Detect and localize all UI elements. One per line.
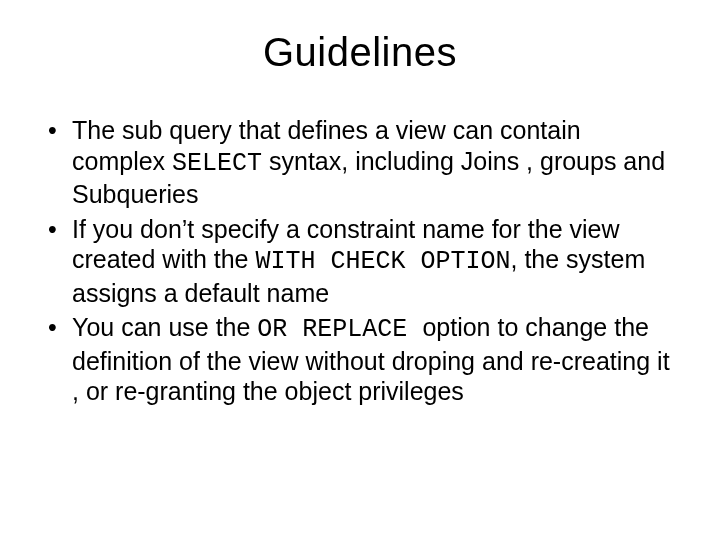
list-item: If you don’t specify a constraint name f… [44,214,680,309]
code-span: WITH CHECK OPTION [255,247,510,276]
bullet-text-pre: You can use the [72,313,257,341]
list-item: The sub query that defines a view can co… [44,115,680,210]
code-span: OR REPLACE [257,315,422,344]
code-span: SELECT [172,149,262,178]
slide-title: Guidelines [40,30,680,75]
slide: Guidelines The sub query that defines a … [0,0,720,540]
bullet-list: The sub query that defines a view can co… [44,115,680,407]
list-item: You can use the OR REPLACE option to cha… [44,312,680,407]
